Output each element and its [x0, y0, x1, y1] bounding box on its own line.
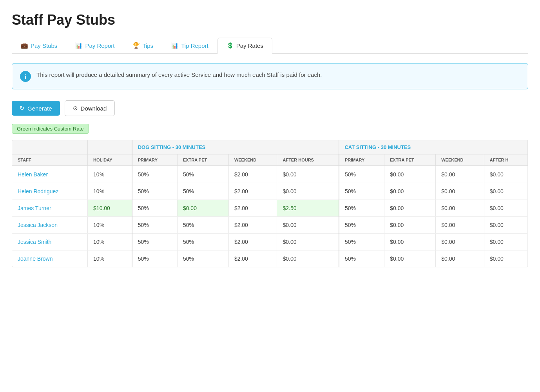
- cat-primary-cell: 50%: [339, 200, 384, 217]
- dog-primary-cell: 50%: [132, 200, 178, 217]
- cat-primary-cell: 50%: [339, 217, 384, 234]
- tab-pay-report-label: Pay Report: [85, 42, 114, 49]
- tab-pay-rates-label: Pay Rates: [236, 42, 263, 49]
- dog-extra-cell: 50%: [177, 250, 228, 267]
- cat-extra-cell: $0.00: [384, 166, 436, 183]
- download-icon: ⊙: [73, 105, 78, 112]
- cat-primary-cell: 50%: [339, 250, 384, 267]
- staff-name-cell[interactable]: Jessica Jackson: [12, 217, 88, 234]
- dog-after-cell: $0.00: [277, 250, 339, 267]
- tab-bar: 💼 Pay Stubs 📊 Pay Report 🏆 Tips 📊 Tip Re…: [12, 38, 528, 54]
- cat-extra-cell: $0.00: [384, 234, 436, 250]
- dog-primary-cell: 50%: [132, 234, 178, 250]
- cat-sitting-group-header: CAT SITTING - 30 MINUTES: [339, 140, 528, 154]
- cat-after-cell: $0.00: [484, 166, 527, 183]
- cat-after-cell: $0.00: [484, 200, 527, 217]
- col-dog-primary: PRIMARY: [132, 154, 178, 166]
- cat-primary-cell: 50%: [339, 166, 384, 183]
- col-cat-after-hours: AFTER H: [484, 154, 527, 166]
- dog-extra-cell: 50%: [177, 166, 228, 183]
- tab-tips-label: Tips: [142, 42, 153, 49]
- tab-pay-rates[interactable]: 💲 Pay Rates: [217, 38, 272, 54]
- holiday-cell: 10%: [88, 234, 132, 250]
- table-row: Jessica Smith10%50%50%$2.00$0.0050%$0.00…: [12, 234, 528, 250]
- tips-icon: 🏆: [132, 42, 140, 49]
- dog-after-cell: $0.00: [277, 183, 339, 200]
- staff-name-cell[interactable]: Helen Rodriguez: [12, 183, 88, 200]
- cat-after-cell: $0.00: [484, 183, 527, 200]
- holiday-cell: 10%: [88, 183, 132, 200]
- col-staff: STAFF: [12, 154, 88, 166]
- cat-weekend-cell: $0.00: [436, 234, 484, 250]
- page-title: Staff Pay Stubs: [12, 12, 528, 28]
- tab-pay-stubs[interactable]: 💼 Pay Stubs: [12, 38, 66, 53]
- cat-weekend-cell: $0.00: [436, 217, 484, 234]
- holiday-cell: $10.00: [88, 200, 132, 217]
- dog-extra-cell: 50%: [177, 217, 228, 234]
- staff-name-cell[interactable]: Jessica Smith: [12, 234, 88, 250]
- holiday-cell: 10%: [88, 166, 132, 183]
- staff-name-cell[interactable]: Joanne Brown: [12, 250, 88, 267]
- dog-sitting-group-header: DOG SITTING - 30 MINUTES: [132, 140, 339, 154]
- cat-extra-cell: $0.00: [384, 200, 436, 217]
- tab-tips[interactable]: 🏆 Tips: [123, 38, 162, 53]
- col-dog-extra-pet: EXTRA PET: [177, 154, 228, 166]
- cat-weekend-cell: $0.00: [436, 166, 484, 183]
- cat-primary-cell: 50%: [339, 234, 384, 250]
- table-body: Helen Baker10%50%50%$2.00$0.0050%$0.00$0…: [12, 166, 528, 267]
- pay-rates-table: DOG SITTING - 30 MINUTES CAT SITTING - 3…: [12, 140, 528, 267]
- dog-after-cell: $0.00: [277, 217, 339, 234]
- info-box: i This report will produce a detailed su…: [12, 63, 528, 89]
- dog-primary-cell: 50%: [132, 183, 178, 200]
- cat-after-cell: $0.00: [484, 217, 527, 234]
- main-page: Staff Pay Stubs 💼 Pay Stubs 📊 Pay Report…: [0, 0, 540, 283]
- generate-label: Generate: [27, 105, 52, 112]
- dog-weekend-cell: $2.00: [228, 250, 277, 267]
- staff-name-cell[interactable]: Helen Baker: [12, 166, 88, 183]
- pay-rates-table-wrap: DOG SITTING - 30 MINUTES CAT SITTING - 3…: [12, 140, 528, 267]
- tab-tip-report-label: Tip Report: [181, 42, 208, 49]
- holiday-group-header: [88, 140, 132, 154]
- generate-button[interactable]: ↻ Generate: [12, 101, 60, 116]
- cat-extra-cell: $0.00: [384, 250, 436, 267]
- table-row: Helen Rodriguez10%50%50%$2.00$0.0050%$0.…: [12, 183, 528, 200]
- pay-stubs-icon: 💼: [21, 42, 28, 49]
- cat-weekend-cell: $0.00: [436, 200, 484, 217]
- download-button[interactable]: ⊙ Download: [65, 100, 115, 116]
- dog-primary-cell: 50%: [132, 166, 178, 183]
- table-row: James Turner$10.0050%$0.00$2.00$2.5050%$…: [12, 200, 528, 217]
- staff-name-cell[interactable]: James Turner: [12, 200, 88, 217]
- tab-tip-report[interactable]: 📊 Tip Report: [162, 38, 217, 53]
- dog-extra-cell: 50%: [177, 183, 228, 200]
- cat-weekend-cell: $0.00: [436, 250, 484, 267]
- tab-pay-report[interactable]: 📊 Pay Report: [66, 38, 123, 53]
- holiday-cell: 10%: [88, 217, 132, 234]
- pay-report-icon: 📊: [75, 42, 83, 49]
- dog-weekend-cell: $2.00: [228, 217, 277, 234]
- dog-weekend-cell: $2.00: [228, 234, 277, 250]
- generate-icon: ↻: [20, 105, 25, 112]
- col-dog-weekend: WEEKEND: [228, 154, 277, 166]
- pay-rates-icon: 💲: [227, 42, 234, 49]
- table-row: Jessica Jackson10%50%50%$2.00$0.0050%$0.…: [12, 217, 528, 234]
- col-cat-primary: PRIMARY: [339, 154, 384, 166]
- cat-extra-cell: $0.00: [384, 183, 436, 200]
- col-cat-weekend: WEEKEND: [436, 154, 484, 166]
- tip-report-icon: 📊: [171, 42, 179, 49]
- cat-extra-cell: $0.00: [384, 217, 436, 234]
- action-bar: ↻ Generate ⊙ Download: [12, 100, 528, 116]
- dog-extra-cell: $0.00: [177, 200, 228, 217]
- cat-primary-cell: 50%: [339, 183, 384, 200]
- cat-after-cell: $0.00: [484, 250, 527, 267]
- info-message: This report will produce a detailed summ…: [36, 71, 322, 80]
- dog-primary-cell: 50%: [132, 217, 178, 234]
- dog-primary-cell: 50%: [132, 250, 178, 267]
- dog-weekend-cell: $2.00: [228, 183, 277, 200]
- col-dog-after-hours: AFTER HOURS: [277, 154, 339, 166]
- dog-weekend-cell: $2.00: [228, 166, 277, 183]
- group-header-row: DOG SITTING - 30 MINUTES CAT SITTING - 3…: [12, 140, 528, 154]
- dog-extra-cell: 50%: [177, 234, 228, 250]
- custom-rate-legend: Green indicates Custom Rate: [12, 124, 89, 134]
- dog-after-cell: $2.50: [277, 200, 339, 217]
- download-label: Download: [81, 105, 107, 112]
